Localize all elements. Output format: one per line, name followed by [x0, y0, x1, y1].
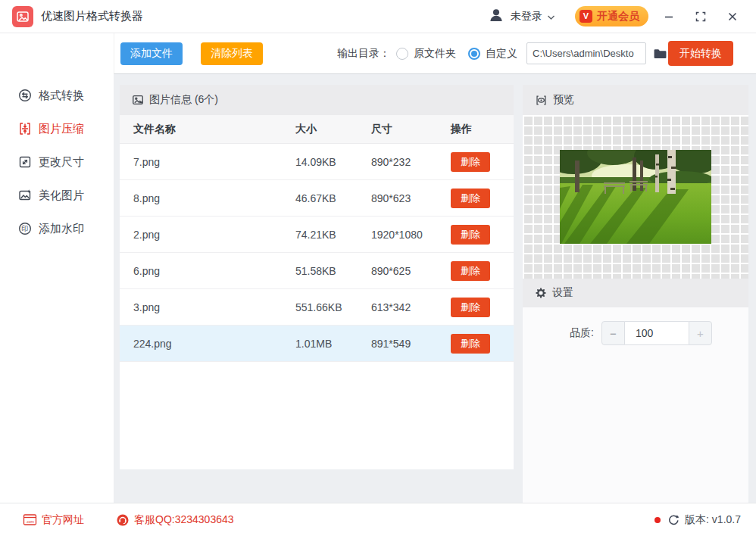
table-row[interactable]: 3.png 551.66KB 613*342 删除: [120, 289, 514, 326]
app-title: 优速图片格式转换器: [41, 9, 143, 23]
delete-button[interactable]: 删除: [451, 152, 490, 172]
titlebar: 优速图片格式转换器 未登录 V 开通会员: [0, 0, 756, 33]
settings-body: 品质: − +: [523, 307, 748, 503]
delete-button[interactable]: 删除: [451, 261, 490, 281]
right-panel: 预览: [523, 85, 748, 503]
file-actions-cell: 删除: [451, 225, 514, 245]
file-name: 2.png: [120, 229, 295, 241]
file-size: 51.58KB: [295, 265, 371, 277]
radio-checked-icon: [468, 48, 480, 60]
svg-text:.com: .com: [26, 519, 34, 524]
start-convert-button[interactable]: 开始转换: [668, 41, 733, 66]
image-info-icon: [132, 94, 144, 106]
file-name: 6.png: [120, 265, 295, 277]
file-actions-cell: 删除: [451, 298, 514, 317]
close-button[interactable]: [721, 5, 744, 28]
table-row[interactable]: 7.png 14.09KB 890*232 删除: [120, 144, 514, 180]
support-qq-label: 客服QQ:3234303643: [134, 513, 234, 527]
minimize-button[interactable]: [658, 5, 680, 28]
file-dimensions: 890*623: [371, 192, 451, 204]
browse-folder-button[interactable]: [652, 47, 668, 61]
image-compress-icon: [17, 121, 33, 136]
table-row-selected[interactable]: 224.png 1.01MB 891*549 删除: [120, 326, 514, 362]
check-update-button[interactable]: [667, 514, 679, 526]
col-action: 操作: [451, 123, 514, 136]
file-actions-cell: 删除: [451, 261, 514, 281]
file-dimensions: 890*625: [371, 265, 451, 277]
quality-label: 品质:: [570, 326, 594, 340]
file-name: 3.png: [120, 301, 295, 313]
sidebar-item-format-convert[interactable]: 格式转换: [0, 79, 114, 112]
table-row[interactable]: 8.png 46.67KB 890*623 删除: [120, 180, 514, 217]
vip-label: 开通会员: [597, 10, 639, 23]
sidebar-item-watermark[interactable]: 印 添加水印: [0, 212, 114, 245]
delete-button[interactable]: 删除: [451, 189, 490, 208]
official-website-label: 官方网址: [42, 513, 84, 527]
delete-button[interactable]: 删除: [451, 298, 490, 317]
file-panel-header: 图片信息 (6个): [120, 85, 514, 115]
file-name: 7.png: [120, 156, 295, 168]
sidebar: 格式转换 图片压缩: [0, 33, 114, 503]
toolbar: 添加文件 清除列表 输出目录： 原文件夹 自定义 开始转换: [114, 33, 756, 74]
delete-button[interactable]: 删除: [451, 225, 490, 245]
delete-button[interactable]: 删除: [451, 334, 490, 354]
file-size: 74.21KB: [295, 229, 371, 241]
add-files-button[interactable]: 添加文件: [120, 42, 183, 65]
col-file-name: 文件名称: [120, 123, 295, 136]
vip-badge-icon: V: [579, 10, 592, 23]
output-path-input[interactable]: [526, 42, 646, 64]
settings-panel-title: 设置: [552, 286, 573, 300]
avatar-icon: [488, 7, 505, 26]
sidebar-item-beautify[interactable]: 美化图片: [0, 179, 114, 212]
file-dimensions: 1920*1080: [371, 229, 451, 241]
quality-increase-button[interactable]: +: [689, 321, 712, 345]
file-panel-title: 图片信息 (6个): [149, 93, 218, 107]
quality-decrease-button[interactable]: −: [601, 321, 625, 345]
file-actions-cell: 删除: [451, 189, 514, 208]
gear-icon: [535, 287, 547, 299]
official-website-link[interactable]: .com 官方网址: [23, 513, 84, 527]
sidebar-item-resize[interactable]: 更改尺寸: [0, 145, 114, 179]
app-window: 优速图片格式转换器 未登录 V 开通会员: [0, 0, 756, 536]
resize-icon: [17, 154, 33, 170]
sidebar-item-label: 美化图片: [39, 189, 84, 203]
table-row[interactable]: 2.png 74.21KB 1920*1080 删除: [120, 217, 514, 253]
file-name: 224.png: [120, 338, 295, 350]
table-row[interactable]: 6.png 51.58KB 890*625 删除: [120, 253, 514, 289]
radio-original-folder[interactable]: 原文件夹: [396, 47, 456, 61]
login-menu[interactable]: 未登录: [488, 7, 555, 26]
main-content: 图片信息 (6个) 文件名称 大小 尺寸 操作 7.png 14.09KB 89…: [114, 74, 756, 503]
file-name: 8.png: [120, 192, 295, 204]
chevron-down-icon: [547, 10, 555, 23]
preview-checkerboard: [523, 115, 748, 279]
file-actions-cell: 删除: [451, 334, 514, 354]
svg-text:印: 印: [22, 225, 29, 232]
folder-icon: [652, 47, 668, 61]
col-size: 大小: [295, 123, 371, 136]
col-dimensions: 尺寸: [371, 123, 451, 136]
quality-input[interactable]: [625, 321, 689, 345]
preview-panel-title: 预览: [553, 93, 574, 107]
radio-unchecked-icon: [396, 48, 408, 60]
beautify-image-icon: [17, 188, 33, 203]
sidebar-item-label: 更改尺寸: [39, 155, 84, 170]
clear-list-button[interactable]: 清除列表: [201, 42, 263, 65]
table-header: 文件名称 大小 尺寸 操作: [120, 115, 514, 144]
file-size: 46.67KB: [295, 192, 371, 204]
file-size: 551.66KB: [295, 301, 371, 313]
radio-custom-label: 自定义: [486, 47, 517, 61]
version-area: 版本: v1.0.7: [654, 513, 741, 527]
preview-eye-icon: [535, 94, 548, 107]
customer-service-icon: [116, 513, 130, 527]
output-dir-label: 输出目录：: [337, 47, 390, 61]
file-dimensions: 890*232: [371, 156, 451, 168]
open-vip-button[interactable]: V 开通会员: [575, 6, 648, 26]
sidebar-item-image-compress[interactable]: 图片压缩: [0, 112, 114, 145]
preview-panel-header: 预览: [523, 85, 748, 115]
radio-custom-folder[interactable]: 自定义: [468, 47, 517, 61]
sidebar-item-label: 添加水印: [39, 222, 84, 236]
radio-original-label: 原文件夹: [414, 47, 456, 61]
support-qq-link[interactable]: 客服QQ:3234303643: [116, 513, 234, 527]
app-logo-icon: [12, 6, 33, 27]
maximize-button[interactable]: [689, 5, 712, 28]
